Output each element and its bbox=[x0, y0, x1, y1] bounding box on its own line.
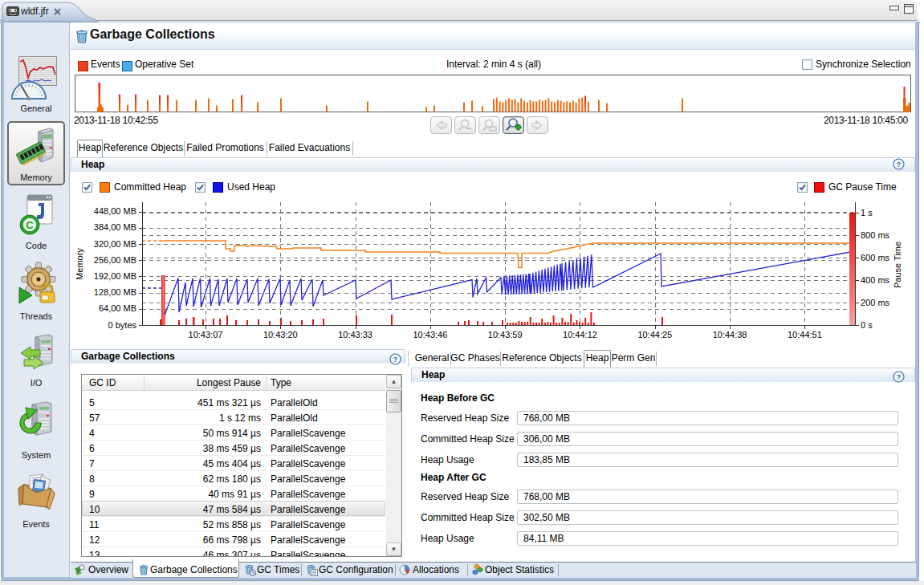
svg-text:0 bytes: 0 bytes bbox=[108, 320, 137, 330]
svg-text:?: ? bbox=[897, 372, 902, 381]
svg-text:10:43:20: 10:43:20 bbox=[263, 330, 298, 339]
svg-text:10:43:33: 10:43:33 bbox=[338, 330, 372, 339]
svg-text:1 s: 1 s bbox=[861, 208, 873, 217]
svg-text:10:44:25: 10:44:25 bbox=[637, 330, 672, 339]
svg-text:Memory: Memory bbox=[75, 248, 84, 280]
svg-text:10:43:07: 10:43:07 bbox=[189, 330, 223, 339]
svg-text:200 ms: 200 ms bbox=[861, 298, 890, 307]
svg-text:10:44:38: 10:44:38 bbox=[713, 330, 747, 339]
svg-text:320,00 MB: 320,00 MB bbox=[94, 239, 136, 249]
svg-text:10:43:59: 10:43:59 bbox=[488, 330, 523, 339]
svg-text:800 ms: 800 ms bbox=[861, 230, 890, 240]
svg-text:Pause Time: Pause Time bbox=[893, 242, 902, 288]
svg-text:0 s: 0 s bbox=[861, 320, 873, 330]
svg-text:192,00 MB: 192,00 MB bbox=[94, 271, 136, 281]
svg-text:10:44:12: 10:44:12 bbox=[563, 330, 597, 339]
svg-text:?: ? bbox=[393, 355, 398, 364]
svg-text:448,00 MB: 448,00 MB bbox=[94, 206, 136, 216]
svg-text:256,00 MB: 256,00 MB bbox=[94, 255, 136, 265]
svg-text:600 ms: 600 ms bbox=[861, 253, 890, 262]
svg-text:384,00 MB: 384,00 MB bbox=[94, 222, 136, 232]
svg-text:?: ? bbox=[897, 160, 902, 169]
svg-text:10:43:46: 10:43:46 bbox=[413, 330, 447, 339]
svg-text:64,00 MB: 64,00 MB bbox=[99, 303, 136, 313]
svg-text:400 ms: 400 ms bbox=[861, 275, 890, 285]
svg-text:10:44:51: 10:44:51 bbox=[788, 330, 822, 339]
svg-text:128,00 MB: 128,00 MB bbox=[94, 287, 136, 297]
